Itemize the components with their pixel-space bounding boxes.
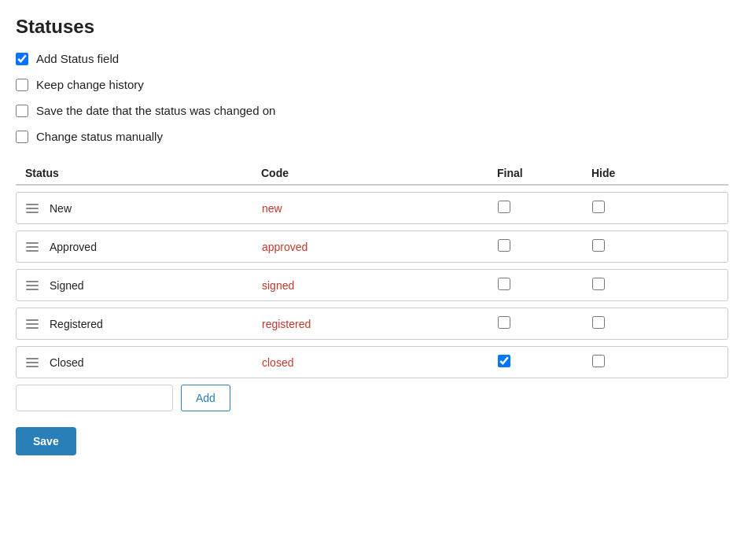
status-name-label: Signed: [50, 279, 84, 292]
table-row: Signedsigned: [16, 269, 728, 301]
checkbox-add-status-field[interactable]: [16, 53, 28, 65]
col-code: Code: [261, 167, 497, 179]
drag-handle-icon[interactable]: [26, 204, 39, 213]
status-final-cell: [498, 355, 592, 370]
table-row: Registeredregistered: [16, 308, 728, 340]
status-code-label: registered: [262, 318, 498, 330]
col-final: Final: [497, 167, 591, 179]
status-name-cell: New: [26, 202, 262, 215]
checkbox-row-keep-change-history: Keep change history: [16, 78, 728, 91]
checkbox-label-save-date-changed[interactable]: Save the date that the status was change…: [36, 104, 275, 117]
status-name-label: Closed: [50, 356, 84, 369]
add-button[interactable]: Add: [181, 385, 230, 411]
status-hide-cell: [592, 316, 687, 331]
drag-handle-icon[interactable]: [26, 242, 39, 252]
status-name-label: Registered: [50, 318, 103, 330]
checkbox-label-change-status-manually[interactable]: Change status manually: [36, 130, 163, 143]
hide-checkbox[interactable]: [592, 201, 605, 213]
hide-checkbox[interactable]: [592, 316, 605, 329]
drag-handle-icon[interactable]: [26, 358, 39, 367]
final-checkbox[interactable]: [498, 278, 510, 290]
final-checkbox[interactable]: [498, 239, 510, 252]
hide-checkbox[interactable]: [592, 278, 605, 290]
status-code-label: new: [262, 202, 498, 215]
final-checkbox[interactable]: [498, 355, 510, 367]
status-name-label: New: [50, 202, 72, 215]
status-code-label: approved: [262, 241, 498, 253]
drag-handle-icon[interactable]: [26, 319, 39, 329]
drag-handle-icon[interactable]: [26, 281, 39, 290]
hide-checkbox[interactable]: [592, 239, 605, 252]
checkbox-label-keep-change-history[interactable]: Keep change history: [36, 78, 144, 91]
col-status: Status: [25, 167, 261, 179]
add-status-row: Add: [16, 385, 728, 411]
checkbox-keep-change-history[interactable]: [16, 79, 28, 91]
col-hide: Hide: [591, 167, 686, 179]
table-row: Closedclosed: [16, 346, 728, 378]
status-final-cell: [498, 278, 592, 293]
hide-checkbox[interactable]: [592, 355, 605, 367]
checkbox-save-date-changed[interactable]: [16, 105, 28, 117]
checkbox-change-status-manually[interactable]: [16, 131, 28, 143]
checkbox-row-save-date-changed: Save the date that the status was change…: [16, 104, 728, 117]
checkbox-row-change-status-manually: Change status manually: [16, 130, 728, 143]
table-row: Newnew: [16, 192, 728, 224]
status-name-label: Approved: [50, 241, 97, 253]
status-name-cell: Approved: [26, 241, 262, 253]
checkbox-row-add-status-field: Add Status field: [16, 52, 728, 65]
status-final-cell: [498, 239, 592, 254]
checkbox-label-add-status-field[interactable]: Add Status field: [36, 52, 119, 65]
table-header: Status Code Final Hide: [16, 162, 728, 186]
final-checkbox[interactable]: [498, 201, 510, 213]
status-hide-cell: [592, 239, 687, 254]
save-button[interactable]: Save: [16, 427, 76, 455]
status-final-cell: [498, 201, 592, 216]
status-final-cell: [498, 316, 592, 331]
status-hide-cell: [592, 355, 687, 370]
new-status-input[interactable]: [16, 385, 173, 411]
status-name-cell: Signed: [26, 279, 262, 292]
status-code-label: signed: [262, 279, 498, 292]
status-hide-cell: [592, 201, 687, 216]
status-hide-cell: [592, 278, 687, 293]
status-name-cell: Registered: [26, 318, 262, 330]
table-row: Approvedapproved: [16, 230, 728, 263]
status-code-label: closed: [262, 356, 498, 369]
status-name-cell: Closed: [26, 356, 262, 369]
page-title: Statuses: [16, 16, 728, 38]
final-checkbox[interactable]: [498, 316, 510, 329]
